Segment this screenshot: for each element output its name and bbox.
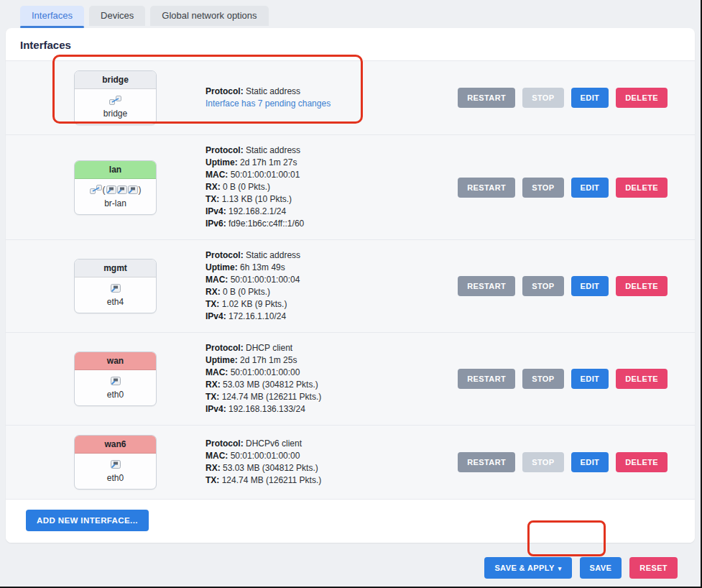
interface-device: br-lan — [78, 198, 153, 208]
detail-value: 2d 17h 1m 27s — [240, 157, 297, 167]
detail-label: RX: — [205, 287, 221, 297]
interface-card-wan: wan eth0 — [74, 352, 157, 406]
interface-device: bridge — [78, 109, 153, 119]
restart-button[interactable]: RESTART — [458, 178, 515, 198]
detail-label: MAC: — [205, 367, 228, 377]
edit-button[interactable]: EDIT — [571, 178, 609, 198]
interface-actions: RESTART STOP EDIT DELETE — [458, 276, 668, 296]
detail-label: RX: — [205, 182, 221, 192]
detail-label: RX: — [205, 463, 221, 473]
detail-label: MAC: — [205, 275, 228, 285]
stop-button[interactable]: STOP — [522, 369, 563, 389]
detail-value: 192.168.136.133/24 — [228, 404, 305, 414]
detail-value: 50:01:00:01:00:04 — [231, 275, 300, 285]
detail-label: TX: — [205, 299, 219, 309]
detail-value: 50:01:00:01:00:00 — [231, 367, 300, 377]
tab-interfaces[interactable]: Interfaces — [20, 6, 84, 26]
detail-label: TX: — [205, 194, 219, 204]
interface-details: Protocol: Static address Uptime: 6h 13m … — [205, 249, 458, 323]
edit-button[interactable]: EDIT — [571, 369, 609, 389]
interfaces-panel: Interfaces bridge bridge Protocol: Stati… — [6, 28, 695, 543]
edit-button[interactable]: EDIT — [571, 452, 609, 472]
detail-label: Uptime: — [205, 262, 238, 272]
detail-label: Protocol: — [205, 438, 244, 449]
detail-value: 1.02 KB (9 Pkts.) — [222, 299, 287, 309]
edit-button[interactable]: EDIT — [571, 88, 609, 108]
detail-label: Uptime: — [205, 355, 238, 365]
detail-value: 2d 17h 1m 25s — [240, 355, 297, 365]
delete-button[interactable]: DELETE — [616, 452, 668, 472]
dropdown-caret-icon: ▾ — [558, 565, 562, 572]
detail-label: IPv4: — [205, 206, 226, 216]
detail-value: 53.03 MB (304812 Pkts.) — [223, 463, 318, 473]
detail-label: RX: — [205, 380, 221, 390]
tab-devices[interactable]: Devices — [89, 6, 145, 26]
interface-row-wan: wan eth0 Protocol: DHCP client Uptime: 2… — [6, 332, 695, 425]
bottom-action-bar: SAVE & APPLY▾ SAVE RESET — [0, 543, 701, 579]
detail-value: DHCPv6 client — [246, 438, 302, 449]
stop-button[interactable]: STOP — [522, 178, 563, 198]
edit-button[interactable]: EDIT — [571, 276, 609, 296]
detail-label: Protocol: — [205, 250, 244, 260]
detail-value: 53.03 MB (304812 Pkts.) — [223, 380, 318, 390]
ethernet-port-icon — [78, 282, 153, 295]
detail-value: 0 B (0 Pkts.) — [223, 182, 270, 192]
save-button[interactable]: SAVE — [580, 557, 622, 579]
interface-row-wan6: wan6 eth0 Protocol: DHCPv6 client MAC: 5… — [6, 425, 695, 499]
detail-value: 124.74 MB (126211 Pkts.) — [222, 392, 322, 402]
restart-button[interactable]: RESTART — [458, 88, 515, 108]
interface-name: wan6 — [75, 436, 156, 454]
interface-name: mgmt — [75, 259, 156, 277]
interface-card-wan6: wan6 eth0 — [74, 435, 157, 490]
detail-label: TX: — [205, 475, 219, 485]
interface-actions: RESTART STOP EDIT DELETE — [458, 88, 668, 108]
delete-button[interactable]: DELETE — [616, 178, 668, 198]
save-and-apply-button[interactable]: SAVE & APPLY▾ — [484, 557, 571, 579]
interface-details: Protocol: Static address Interface has 7… — [205, 86, 458, 110]
save-apply-label: SAVE & APPLY — [494, 564, 554, 572]
pending-changes-link[interactable]: Interface has 7 pending changes — [205, 98, 458, 110]
interface-actions: RESTART STOP EDIT DELETE — [458, 178, 668, 198]
detail-value: Static address — [246, 86, 300, 96]
detail-label: Protocol: — [205, 145, 244, 155]
interface-device: eth4 — [78, 297, 153, 307]
interface-name: lan — [75, 161, 156, 179]
detail-label: MAC: — [205, 451, 228, 461]
stop-button: STOP — [522, 88, 563, 108]
interface-card-bridge: bridge bridge — [74, 70, 157, 125]
detail-label: Uptime: — [205, 157, 238, 167]
detail-value: 192.168.2.1/24 — [228, 206, 286, 216]
delete-button[interactable]: DELETE — [616, 369, 668, 389]
detail-value: 1.13 KB (10 Pkts.) — [222, 194, 292, 204]
stop-button: STOP — [522, 452, 563, 472]
restart-button[interactable]: RESTART — [458, 369, 515, 389]
interface-row-bridge: bridge bridge Protocol: Static address I… — [6, 60, 695, 134]
delete-button[interactable]: DELETE — [616, 88, 668, 108]
detail-label: IPv4: — [205, 311, 226, 321]
add-new-interface-button[interactable]: ADD NEW INTERFACE... — [26, 510, 149, 531]
interface-device: eth0 — [78, 473, 153, 483]
ethernet-port-icon — [78, 375, 153, 387]
interface-device: eth0 — [78, 390, 153, 400]
interface-row-lan: lan ( ) br-lan Protocol: Static address … — [6, 134, 695, 239]
detail-value: 50:01:00:01:00:01 — [231, 170, 300, 180]
detail-label: IPv6: — [205, 219, 226, 229]
interface-details: Protocol: DHCPv6 client MAC: 50:01:00:01… — [205, 438, 458, 487]
reset-button[interactable]: RESET — [629, 557, 678, 579]
delete-button[interactable]: DELETE — [616, 276, 668, 296]
detail-value: 124.74 MB (126211 Pkts.) — [222, 475, 322, 485]
bridge-ports-icon: ( ) — [78, 183, 153, 196]
detail-value: 172.16.1.10/24 — [228, 311, 286, 321]
interface-details: Protocol: Static address Uptime: 2d 17h … — [205, 144, 458, 230]
restart-button[interactable]: RESTART — [458, 452, 515, 472]
tab-global-network-options[interactable]: Global network options — [150, 6, 268, 26]
footer: Powered by eSIX Limited — [0, 579, 701, 588]
restart-button[interactable]: RESTART — [458, 276, 515, 296]
detail-value: fd9e:1b6c:c4ff::1/60 — [228, 219, 304, 229]
interface-name: wan — [75, 352, 156, 370]
interface-actions: RESTART STOP EDIT DELETE — [458, 369, 668, 389]
page-title: Interfaces — [6, 28, 695, 60]
interface-details: Protocol: DHCP client Uptime: 2d 17h 1m … — [205, 342, 458, 415]
stop-button[interactable]: STOP — [522, 276, 563, 296]
bridge-icon — [78, 93, 153, 106]
